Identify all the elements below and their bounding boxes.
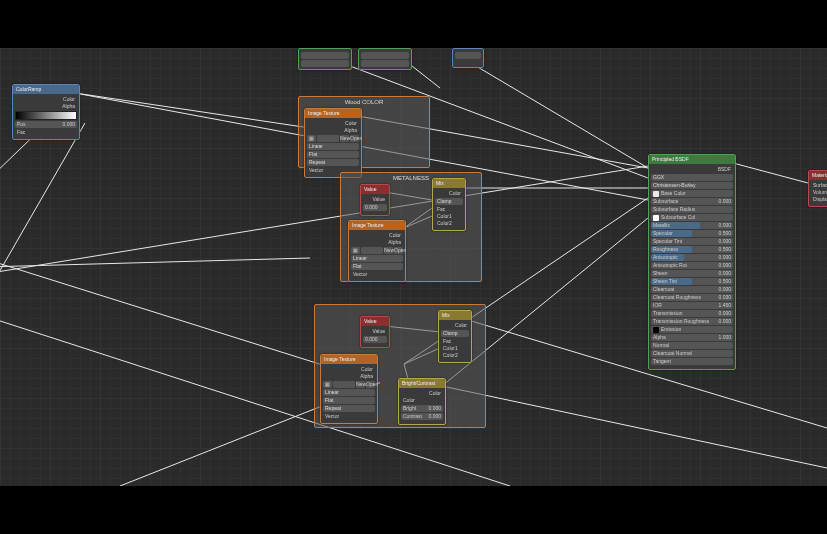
node-header[interactable]: Image Texture <box>321 355 377 364</box>
input-subsurface-col[interactable]: Subsurface Col <box>651 214 733 221</box>
clamp-check[interactable]: Clamp <box>441 330 469 337</box>
projection-select[interactable]: Flat <box>351 263 403 270</box>
socket-alpha-out[interactable]: Alpha <box>307 127 359 134</box>
node-bright-contrast[interactable]: Bright/Contrast Color Color Bright0.000 … <box>398 378 446 425</box>
node-field[interactable] <box>361 60 409 67</box>
socket-vector-in[interactable]: Vector <box>323 413 375 420</box>
input-specular[interactable]: Specular0.500 <box>651 230 733 237</box>
socket-vector-in[interactable]: Vector <box>351 271 403 278</box>
socket-color-in[interactable]: Color <box>401 397 443 404</box>
input-subsurface[interactable]: Subsurface0.000 <box>651 198 733 205</box>
input-sheen-tint[interactable]: Sheen Tint0.500 <box>651 278 733 285</box>
projection-select[interactable]: Flat <box>307 151 359 158</box>
socket-color-out[interactable]: Color <box>307 120 359 127</box>
node-header[interactable]: ColorRamp <box>13 85 79 94</box>
socket-color1-in[interactable]: Color1 <box>441 345 469 352</box>
node-image-texture-3[interactable]: Image Texture Color Alpha ▦ New Open Lin… <box>320 354 378 424</box>
node-header[interactable]: Mix <box>433 179 465 188</box>
input-roughness[interactable]: Roughness0.500 <box>651 246 733 253</box>
node-header[interactable]: Principled BSDF <box>649 155 735 164</box>
input-ior[interactable]: IOR1.450 <box>651 302 733 309</box>
value-field[interactable]: 0.000 <box>363 204 387 211</box>
socket-color-out[interactable]: Color <box>441 322 469 329</box>
socket-value-out[interactable]: Value <box>363 196 387 203</box>
interp-select[interactable]: Linear <box>323 389 375 396</box>
socket-fac-in[interactable]: Fac <box>15 129 77 136</box>
input-anisotropic-rot[interactable]: Anisotropic Rot0.000 <box>651 262 733 269</box>
socket-volume-in[interactable]: Volume <box>811 189 827 196</box>
socket-displacement-in[interactable]: Displacement <box>811 196 827 203</box>
input-transmission[interactable]: Transmission0.000 <box>651 310 733 317</box>
extension-select[interactable]: Repeat <box>323 405 375 412</box>
image-name-field[interactable] <box>317 135 339 142</box>
pos-slider[interactable]: Pos0.000 <box>15 121 77 128</box>
node-partial-2[interactable] <box>358 48 412 70</box>
node-field[interactable] <box>361 52 409 59</box>
input-base-color[interactable]: Base Color <box>651 190 733 197</box>
clamp-check[interactable]: Clamp <box>435 198 463 205</box>
socket-color-out[interactable]: Color <box>435 190 463 197</box>
open-button[interactable]: Open <box>394 247 403 254</box>
node-header[interactable]: Mix <box>439 311 471 320</box>
distribution-select[interactable]: GGX <box>651 174 733 181</box>
projection-select[interactable]: Flat <box>323 397 375 404</box>
new-button[interactable]: New <box>384 247 393 254</box>
node-partial-3[interactable] <box>452 48 484 68</box>
image-name-field[interactable] <box>333 381 355 388</box>
input-sheen[interactable]: Sheen0.000 <box>651 270 733 277</box>
socket-value-out[interactable]: Value <box>363 328 387 335</box>
socket-color-out[interactable]: Color <box>401 390 443 397</box>
open-button[interactable]: Open <box>366 381 375 388</box>
socket-color-out[interactable]: Color <box>323 366 375 373</box>
socket-alpha-out[interactable]: Alpha <box>15 103 77 110</box>
node-header[interactable]: Value <box>361 185 389 194</box>
node-mix-1[interactable]: Mix Color Clamp Fac Color1 Color2 <box>432 178 466 231</box>
socket-surface-in[interactable]: Surface <box>811 182 827 189</box>
socket-alpha-out[interactable]: Alpha <box>323 373 375 380</box>
input-clearcoat[interactable]: Clearcoat0.000 <box>651 286 733 293</box>
sss-method-select[interactable]: Christensen-Burley <box>651 182 733 189</box>
node-image-texture-1[interactable]: Image Texture Color Alpha ▦ New Open Lin… <box>304 108 362 178</box>
image-icon[interactable]: ▦ <box>351 247 360 254</box>
value-field[interactable]: 0.000 <box>363 336 387 343</box>
input-emission[interactable]: Emission <box>651 326 733 333</box>
node-field[interactable] <box>455 52 481 59</box>
node-principled-bsdf[interactable]: Principled BSDF BSDF GGX Christensen-Bur… <box>648 154 736 370</box>
interp-select[interactable]: Linear <box>307 143 359 150</box>
input-anisotropic[interactable]: Anisotropic0.000 <box>651 254 733 261</box>
node-editor-viewport[interactable]: ColorRamp Color Alpha Pos0.000 Fac Wood … <box>0 48 827 486</box>
node-value-2[interactable]: Value Value 0.000 <box>360 316 390 348</box>
socket-bsdf-out[interactable]: BSDF <box>651 166 733 173</box>
image-name-field[interactable] <box>361 247 383 254</box>
image-icon[interactable]: ▦ <box>307 135 316 142</box>
socket-fac-in[interactable]: Fac <box>435 206 463 213</box>
node-mix-2[interactable]: Mix Color Clamp Fac Color1 Color2 <box>438 310 472 363</box>
color-ramp-gradient[interactable] <box>15 111 77 120</box>
input-specular-tint[interactable]: Specular Tint0.000 <box>651 238 733 245</box>
extension-select[interactable]: Repeat <box>307 159 359 166</box>
image-icon[interactable]: ▦ <box>323 381 332 388</box>
node-header[interactable]: Image Texture <box>349 221 405 230</box>
socket-color2-in[interactable]: Color2 <box>435 220 463 227</box>
socket-color2-in[interactable]: Color2 <box>441 352 469 359</box>
input-transmission-roughness[interactable]: Transmission Roughness0.000 <box>651 318 733 325</box>
input-normal[interactable]: Normal <box>651 342 733 349</box>
new-button[interactable]: New <box>356 381 365 388</box>
input-clearcoat-normal[interactable]: Clearcoat Normal <box>651 350 733 357</box>
node-image-texture-2[interactable]: Image Texture Color Alpha ▦ New Open Lin… <box>348 220 406 282</box>
input-metallic[interactable]: Metallic0.000 <box>651 222 733 229</box>
node-header[interactable]: Bright/Contrast <box>399 379 445 388</box>
node-value-1[interactable]: Value Value 0.000 <box>360 184 390 216</box>
node-partial-1[interactable] <box>298 48 352 70</box>
socket-color-out[interactable]: Color <box>15 96 77 103</box>
open-button[interactable]: Open <box>350 135 359 142</box>
socket-color-out[interactable]: Color <box>351 232 403 239</box>
input-tangent[interactable]: Tangent <box>651 358 733 365</box>
node-field[interactable] <box>301 60 349 67</box>
node-header[interactable]: Image Texture <box>305 109 361 118</box>
input-alpha[interactable]: Alpha1.000 <box>651 334 733 341</box>
socket-color1-in[interactable]: Color1 <box>435 213 463 220</box>
interp-select[interactable]: Linear <box>351 255 403 262</box>
input-subsurface-radius[interactable]: Subsurface Radius <box>651 206 733 213</box>
input-clearcoat-roughness[interactable]: Clearcoat Roughness0.030 <box>651 294 733 301</box>
